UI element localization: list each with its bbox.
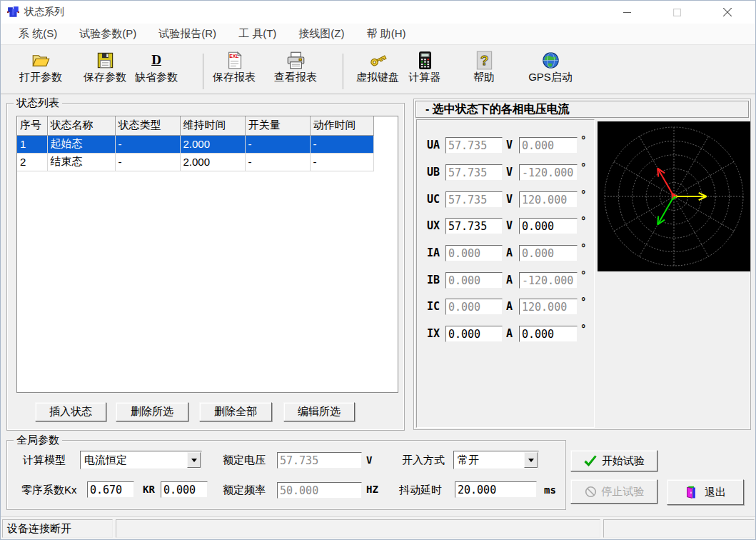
status-bar: 设备连接断开 bbox=[1, 516, 755, 540]
menu-item-1[interactable]: 试验参数(P) bbox=[79, 27, 136, 41]
stop-icon bbox=[584, 485, 598, 499]
input-mode-combo[interactable]: 常开 bbox=[453, 451, 539, 469]
phase-row-ua: UAV° bbox=[414, 137, 597, 154]
phase-row-ic: ICA° bbox=[414, 299, 597, 316]
default-params-button[interactable]: D 缺省参数 bbox=[131, 51, 182, 84]
phase-label: IA bbox=[427, 246, 440, 259]
virtual-keyboard-button[interactable]: 虚拟键盘 bbox=[352, 51, 403, 84]
table-row[interactable]: 1起始态-2.000-- bbox=[17, 135, 373, 153]
uc-magnitude-input bbox=[445, 191, 503, 208]
minimize-button[interactable] bbox=[610, 1, 643, 24]
calculator-icon bbox=[415, 51, 435, 70]
toolbar-separator bbox=[203, 54, 204, 89]
maximize-button bbox=[660, 1, 693, 24]
insert-state-button[interactable]: 插入状态 bbox=[35, 402, 106, 421]
zero-seq-kx-input[interactable] bbox=[87, 481, 134, 498]
letter-d-icon: D bbox=[131, 51, 182, 70]
delete-selected-button[interactable]: 删除所选 bbox=[116, 402, 188, 421]
question-mark-icon: ? bbox=[475, 51, 494, 70]
edit-selected-button[interactable]: 编辑所选 bbox=[283, 402, 355, 421]
ix-angle-input[interactable] bbox=[519, 326, 578, 342]
toolbar: 打开参数 保存参数 D 缺省参数 EXL bbox=[1, 46, 755, 94]
gps-start-button[interactable]: GPS启动 bbox=[516, 51, 585, 84]
ia-angle-input bbox=[519, 245, 578, 261]
rated-voltage-label: 额定电压 bbox=[223, 454, 266, 467]
excel-report-icon: EXL bbox=[225, 51, 244, 70]
jitter-delay-label: 抖动延时 bbox=[399, 484, 442, 497]
menu-bar: 系 统(S)试验参数(P)试验报告(R)工 具(T)接线图(Z)帮 助(H) bbox=[1, 24, 755, 45]
open-folder-icon bbox=[31, 51, 51, 70]
column-header-1: 状态名称 bbox=[47, 116, 115, 135]
phase-unit: A bbox=[506, 327, 513, 340]
save-report-button[interactable]: EXL 保存报表 bbox=[208, 51, 260, 84]
degree-symbol: ° bbox=[580, 296, 586, 307]
stop-test-button: 停止试验 bbox=[570, 479, 657, 504]
phase-label: IC bbox=[427, 300, 440, 313]
degree-symbol: ° bbox=[580, 189, 586, 200]
help-button[interactable]: ? 帮助 bbox=[463, 51, 505, 84]
menu-item-4[interactable]: 接线图(Z) bbox=[298, 27, 344, 41]
ux-magnitude-input[interactable] bbox=[445, 218, 503, 234]
degree-symbol: ° bbox=[580, 161, 586, 173]
chevron-down-icon[interactable] bbox=[187, 452, 201, 468]
global-params-group: 全局参数 计算模型 电流恒定 额定电压 V 开入方式 常开 零序系数Kx KR … bbox=[6, 440, 566, 510]
menu-item-3[interactable]: 工 具(T) bbox=[238, 27, 276, 41]
chevron-down-icon[interactable] bbox=[524, 452, 538, 468]
menu-item-0[interactable]: 系 统(S) bbox=[19, 27, 57, 41]
table-row[interactable]: 2结束态-2.000-- bbox=[17, 153, 373, 171]
phase-row-ib: IBA° bbox=[414, 272, 597, 289]
kr-input[interactable] bbox=[161, 481, 208, 498]
open-params-button[interactable]: 打开参数 bbox=[15, 51, 66, 84]
phase-row-ia: IAA° bbox=[414, 245, 597, 262]
column-header-4: 开关量 bbox=[245, 116, 310, 135]
rated-freq-label: 额定频率 bbox=[223, 484, 266, 497]
column-header-2: 状态类型 bbox=[115, 116, 180, 135]
close-button[interactable] bbox=[711, 1, 744, 24]
phase-unit: V bbox=[506, 219, 513, 232]
phase-panel-title: - 选中状态下的各相电压电流 bbox=[415, 101, 749, 118]
view-report-button[interactable]: 查看报表 bbox=[270, 51, 321, 84]
calc-model-combo[interactable]: 电流恒定 bbox=[80, 451, 202, 469]
minimize-icon bbox=[623, 9, 631, 16]
phase-unit: V bbox=[506, 166, 513, 179]
menu-item-5[interactable]: 帮 助(H) bbox=[366, 27, 405, 41]
ix-magnitude-input[interactable] bbox=[445, 326, 503, 342]
zero-seq-kx-label: 零序系数Kx bbox=[21, 484, 77, 497]
save-params-button[interactable]: 保存参数 bbox=[79, 51, 131, 84]
ub-magnitude-input bbox=[445, 164, 503, 181]
delete-all-button[interactable]: 删除全部 bbox=[199, 402, 272, 421]
rated-voltage-input bbox=[277, 452, 362, 469]
degree-symbol: ° bbox=[580, 134, 586, 146]
ic-angle-input bbox=[519, 299, 578, 315]
phase-label: UA bbox=[427, 139, 440, 151]
state-table[interactable]: 序号状态名称状态类型维持时间开关量动作时间 1起始态-2.000--2结束态-2… bbox=[16, 116, 398, 393]
close-icon bbox=[723, 8, 732, 16]
svg-text:EXL: EXL bbox=[229, 54, 238, 59]
rated-freq-unit: HZ bbox=[366, 484, 378, 495]
phase-unit: V bbox=[506, 193, 513, 206]
phase-label: UB bbox=[427, 166, 440, 179]
start-test-button[interactable]: 开始试验 bbox=[570, 450, 657, 471]
calculator-button[interactable]: 计算器 bbox=[399, 51, 450, 84]
phase-row-uc: UCV° bbox=[414, 191, 597, 209]
uc-angle-input bbox=[519, 191, 578, 208]
exit-door-icon bbox=[685, 485, 700, 500]
device-status: 设备连接断开 bbox=[2, 519, 113, 538]
toolbar-separator bbox=[343, 54, 344, 89]
input-mode-label: 开入方式 bbox=[402, 454, 445, 467]
jitter-delay-input[interactable] bbox=[455, 481, 537, 498]
title-bar: 状态系列 bbox=[1, 1, 755, 24]
column-header-0: 序号 bbox=[17, 116, 47, 135]
menu-item-2[interactable]: 试验报告(R) bbox=[158, 27, 216, 41]
phasor-diagram bbox=[598, 121, 750, 271]
phase-row-ux: UXV° bbox=[414, 218, 597, 235]
global-params-group-title: 全局参数 bbox=[14, 434, 62, 447]
ua-magnitude-input bbox=[445, 137, 503, 154]
degree-symbol: ° bbox=[580, 242, 586, 254]
phase-unit: V bbox=[506, 139, 513, 151]
phase-panel-group: - 选中状态下的各相电压电流 UAV°UBV°UCV°UXV°IAA°IBA°I… bbox=[413, 99, 751, 430]
state-list-group-title: 状态列表 bbox=[14, 96, 62, 110]
exit-button[interactable]: 退出 bbox=[667, 479, 744, 505]
ux-angle-input[interactable] bbox=[519, 218, 578, 234]
degree-symbol: ° bbox=[580, 269, 586, 281]
